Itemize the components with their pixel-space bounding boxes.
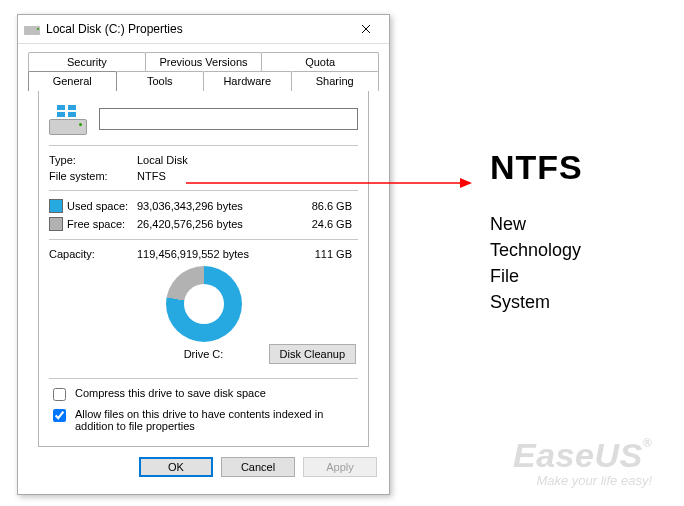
- drive-caption: Drive C:: [166, 348, 242, 360]
- index-checkbox[interactable]: [53, 409, 66, 422]
- tab-panel-general: Type: Local Disk File system: NTFS Used …: [38, 90, 369, 447]
- index-label: Allow files on this drive to have conten…: [75, 408, 358, 432]
- properties-dialog: Local Disk (C:) Properties Security Prev…: [17, 14, 390, 495]
- drive-large-icon: [49, 105, 85, 133]
- drive-icon: [24, 23, 40, 35]
- ok-button[interactable]: OK: [139, 457, 213, 477]
- disk-cleanup-button[interactable]: Disk Cleanup: [269, 344, 356, 364]
- used-swatch-icon: [49, 199, 63, 213]
- close-button[interactable]: [345, 16, 387, 42]
- watermark-tagline: Make your life easy!: [513, 473, 652, 488]
- tab-sharing[interactable]: Sharing: [291, 71, 380, 91]
- watermark-brand: EaseUS: [513, 436, 643, 474]
- apply-button[interactable]: Apply: [303, 457, 377, 477]
- svg-marker-5: [460, 178, 472, 188]
- capacity-bytes: 119,456,919,552 bytes: [137, 248, 277, 260]
- type-label: Type:: [49, 154, 137, 166]
- callout-title: NTFS: [490, 148, 670, 187]
- tab-tools[interactable]: Tools: [116, 71, 205, 91]
- used-space-bytes: 93,036,343,296 bytes: [137, 200, 277, 212]
- cancel-button[interactable]: Cancel: [221, 457, 295, 477]
- capacity-gb: 111 GB: [277, 248, 358, 260]
- window-title: Local Disk (C:) Properties: [46, 22, 183, 36]
- capacity-label: Capacity:: [49, 248, 137, 260]
- filesystem-label: File system:: [49, 170, 137, 182]
- filesystem-value: NTFS: [137, 170, 358, 182]
- callout-line: System: [490, 289, 670, 315]
- free-space-label: Free space:: [67, 218, 137, 230]
- watermark: EaseUS® Make your life easy!: [513, 436, 652, 488]
- close-icon: [361, 24, 371, 34]
- svg-rect-2: [57, 112, 65, 117]
- volume-label-input[interactable]: [99, 108, 358, 130]
- tab-previous-versions[interactable]: Previous Versions: [145, 52, 263, 72]
- dialog-buttons: OK Cancel Apply: [18, 447, 389, 477]
- free-swatch-icon: [49, 217, 63, 231]
- compress-checkbox[interactable]: [53, 388, 66, 401]
- tab-general[interactable]: General: [28, 71, 117, 91]
- titlebar: Local Disk (C:) Properties: [18, 15, 389, 44]
- used-space-gb: 86.6 GB: [277, 200, 358, 212]
- usage-pie-icon: [166, 266, 242, 342]
- tab-hardware[interactable]: Hardware: [203, 71, 292, 91]
- tab-strip: Security Previous Versions Quota General…: [28, 52, 379, 447]
- callout-line: New: [490, 211, 670, 237]
- free-space-bytes: 26,420,576,256 bytes: [137, 218, 277, 230]
- callout-line: File: [490, 263, 670, 289]
- callout-line: Technology: [490, 237, 670, 263]
- used-space-label: Used space:: [67, 200, 137, 212]
- annotation-callout: NTFS New Technology File System: [490, 148, 670, 315]
- svg-rect-3: [68, 112, 76, 117]
- tab-quota[interactable]: Quota: [261, 52, 379, 72]
- compress-label: Compress this drive to save disk space: [75, 387, 266, 399]
- svg-rect-1: [68, 105, 76, 110]
- type-value: Local Disk: [137, 154, 358, 166]
- tab-security[interactable]: Security: [28, 52, 146, 72]
- free-space-gb: 24.6 GB: [277, 218, 358, 230]
- svg-rect-0: [57, 105, 65, 110]
